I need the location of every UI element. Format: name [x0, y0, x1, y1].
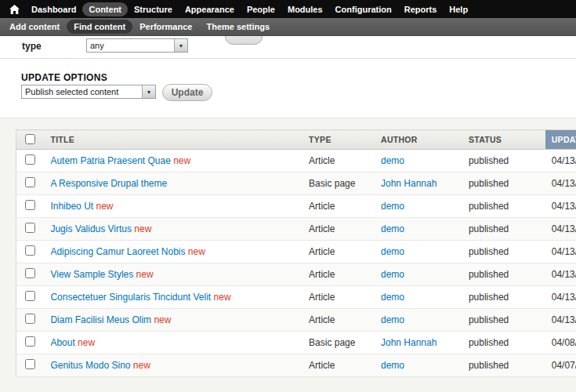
row-checkbox[interactable]	[25, 336, 35, 347]
row-checkbox[interactable]	[25, 291, 35, 301]
home-icon-glyph	[9, 5, 20, 14]
section-divider	[0, 58, 576, 59]
author-link[interactable]: demo	[381, 246, 404, 257]
node-status: published	[462, 309, 545, 332]
author-link[interactable]: demo	[381, 223, 404, 234]
column-header-author[interactable]: AUTHOR	[375, 130, 462, 150]
toolbar-item-structure[interactable]: Structure	[128, 2, 179, 16]
node-updated: 04/08/2	[545, 332, 576, 354]
node-type: Basic page	[302, 172, 375, 195]
node-author-cell: demo	[375, 150, 462, 172]
column-header-type[interactable]: TYPE	[302, 130, 375, 150]
content-table-section: TITLE TYPE AUTHOR STATUS UPDATED Autem P…	[0, 118, 576, 392]
admin-toolbar: DashboardContentStructureAppearancePeopl…	[0, 0, 576, 18]
toolbar-item-modules[interactable]: Modules	[281, 2, 329, 16]
toolbar-item-people[interactable]: People	[241, 2, 281, 16]
row-checkbox[interactable]	[25, 223, 35, 233]
node-type: Article	[302, 150, 375, 172]
content-table: TITLE TYPE AUTHOR STATUS UPDATED Autem P…	[16, 129, 576, 377]
new-marker: new	[132, 223, 151, 234]
type-filter-label: type	[22, 41, 42, 52]
author-link[interactable]: John Hannah	[381, 337, 437, 348]
node-title-cell: Autem Patria Praesent Quae new	[44, 150, 302, 172]
toolbar-item-help[interactable]: Help	[443, 2, 474, 16]
node-type: Article	[302, 241, 375, 263]
node-status: published	[462, 263, 545, 286]
toolbar-item-configuration[interactable]: Configuration	[329, 2, 398, 16]
shortcut-item-add-content[interactable]: Add content	[2, 20, 67, 34]
table-row: Diam Facilisi Meus Olim newArticledemopu…	[16, 309, 576, 332]
author-link[interactable]: demo	[381, 269, 404, 280]
type-filter-select[interactable]: any ▼	[86, 38, 188, 53]
row-checkbox-cell	[16, 172, 45, 195]
row-checkbox[interactable]	[25, 314, 35, 324]
update-action-select[interactable]: Publish selected content ▼	[21, 85, 156, 99]
new-marker: new	[151, 314, 171, 325]
node-title-link[interactable]: Adipiscing Camur Laoreet Nobis	[50, 246, 185, 257]
node-title-cell: Diam Facilisi Meus Olim new	[44, 309, 302, 332]
dropdown-arrow-icon: ▼	[142, 85, 155, 98]
author-link[interactable]: John Hannah	[381, 178, 437, 189]
row-checkbox[interactable]	[25, 154, 35, 165]
row-checkbox[interactable]	[25, 359, 35, 369]
home-icon[interactable]	[4, 5, 25, 14]
shortcut-item-theme-settings[interactable]: Theme settings	[199, 20, 277, 34]
update-button[interactable]: Update	[162, 84, 212, 101]
node-status: published	[462, 195, 545, 218]
node-status: published	[462, 172, 545, 195]
table-row: View Sample Styles newArticledemopublish…	[16, 263, 576, 286]
row-checkbox-cell	[16, 195, 45, 218]
table-header-row: TITLE TYPE AUTHOR STATUS UPDATED	[16, 130, 576, 150]
row-checkbox[interactable]	[25, 200, 35, 210]
node-title-cell: About new	[44, 332, 302, 354]
node-author-cell: John Hannah	[375, 332, 462, 354]
column-header-status[interactable]: STATUS	[462, 130, 545, 150]
toolbar-item-dashboard[interactable]: Dashboard	[25, 2, 82, 16]
shortcut-bar: Add contentFind contentPerformanceTheme …	[0, 18, 576, 36]
select-all-cell	[16, 130, 45, 150]
row-checkbox[interactable]	[25, 245, 35, 256]
node-type: Article	[302, 195, 375, 218]
node-status: published	[462, 241, 545, 263]
node-title-cell: Consectetuer Singularis Tincidunt Velit …	[44, 286, 302, 309]
node-updated: 04/07/2	[545, 354, 576, 377]
select-all-checkbox[interactable]	[25, 134, 35, 144]
node-type: Article	[302, 309, 375, 332]
row-checkbox[interactable]	[25, 177, 35, 187]
table-row: Genitus Modo Sino newArticledemopublishe…	[16, 354, 576, 377]
update-action-value: Publish selected content	[22, 85, 142, 98]
node-title-link[interactable]: Autem Patria Praesent Quae	[50, 155, 170, 166]
node-title-link[interactable]: Diam Facilisi Meus Olim	[50, 314, 151, 325]
node-title-link[interactable]: View Sample Styles	[50, 269, 133, 280]
row-checkbox[interactable]	[25, 268, 35, 278]
column-header-title[interactable]: TITLE	[44, 130, 302, 150]
new-marker: new	[186, 246, 205, 257]
author-link[interactable]: demo	[381, 201, 404, 212]
node-updated: 04/13/2	[545, 286, 576, 309]
table-row: Consectetuer Singularis Tincidunt Velit …	[16, 286, 576, 309]
node-title-link[interactable]: A Responsive Drupal theme	[50, 178, 167, 189]
content-table-body: Autem Patria Praesent Quae newArticledem…	[16, 150, 576, 377]
author-link[interactable]: demo	[381, 155, 404, 166]
toolbar-item-reports[interactable]: Reports	[398, 2, 444, 16]
column-header-updated[interactable]: UPDATED	[545, 130, 576, 150]
row-checkbox-cell	[16, 332, 45, 354]
new-marker: new	[75, 337, 95, 348]
toolbar-item-content[interactable]: Content	[82, 2, 128, 16]
node-title-link[interactable]: Jugis Validus Virtus	[50, 223, 132, 234]
node-title-link[interactable]: About	[50, 337, 74, 348]
shortcut-item-find-content[interactable]: Find content	[67, 20, 132, 34]
node-title-link[interactable]: Inhibeo Ut	[50, 201, 93, 212]
author-link[interactable]: demo	[381, 314, 404, 325]
row-checkbox-cell	[16, 150, 45, 172]
node-title-link[interactable]: Genitus Modo Sino	[50, 360, 130, 371]
author-link[interactable]: demo	[381, 292, 404, 303]
toolbar-item-appearance[interactable]: Appearance	[179, 2, 241, 16]
author-link[interactable]: demo	[381, 360, 404, 371]
node-title-link[interactable]: Consectetuer Singularis Tincidunt Velit	[50, 292, 211, 303]
shortcut-item-performance[interactable]: Performance	[132, 20, 199, 34]
table-row: Autem Patria Praesent Quae newArticledem…	[16, 150, 576, 172]
node-status: published	[462, 150, 545, 172]
node-updated: 04/13/2	[545, 218, 576, 241]
row-checkbox-cell	[16, 241, 45, 263]
